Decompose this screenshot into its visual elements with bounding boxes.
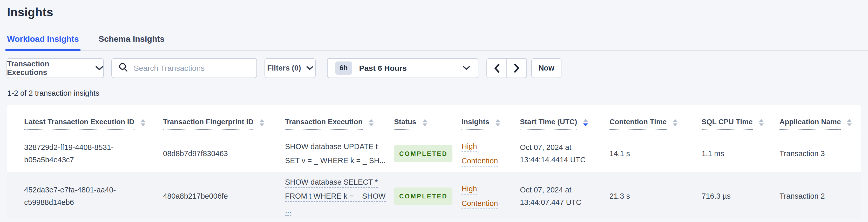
status-cell: COMPLETED: [384, 135, 451, 172]
filters-label: Filters (0): [267, 64, 301, 72]
sort-icon[interactable]: [259, 119, 264, 126]
sql-cpu-time-cell: 1.1 ms: [691, 135, 769, 172]
sql-cpu-time-cell: 716.3 µs: [691, 172, 769, 219]
contention-time-cell: 21.3 s: [599, 172, 691, 219]
table-row: 452da3e7-e7fa-4801-aa40-c59988d14eb6 480…: [7, 172, 861, 219]
column-header-status[interactable]: Status: [384, 105, 451, 135]
insights-cell: High Contention: [451, 135, 509, 172]
status-badge: COMPLETED: [394, 145, 453, 162]
sort-icon[interactable]: [423, 119, 427, 126]
insights-table-card: Latest Transaction Execution ID Transact…: [7, 105, 861, 219]
transaction-type-label: Transaction Executions: [7, 60, 89, 77]
column-header-contention-time[interactable]: Contention Time: [599, 105, 691, 135]
high-contention-link[interactable]: High Contention: [462, 142, 498, 166]
column-header-latest-transaction-execution-id[interactable]: Latest Transaction Execution ID: [7, 105, 153, 135]
column-header-insights[interactable]: Insights: [451, 105, 509, 135]
search-input[interactable]: [134, 59, 250, 77]
transaction-execution-cell: SHOW database UPDATE t SET v = _ WHERE k…: [275, 135, 384, 172]
statement-link[interactable]: SET v = _ WHERE k = _ SH...: [285, 156, 386, 166]
execution-id-cell: 328729d2-ff19-4408-8531-b05a5b4e43c7: [7, 135, 153, 172]
sort-icon-active-desc[interactable]: [583, 119, 588, 126]
sort-icon[interactable]: [673, 119, 678, 126]
transaction-insights-table: Latest Transaction Execution ID Transact…: [7, 105, 861, 219]
statement-link[interactable]: ...: [285, 206, 291, 216]
chevron-left-icon: [494, 64, 500, 73]
application-name-cell: Transaction 2: [769, 172, 861, 219]
time-range-label: Past 6 Hours: [359, 64, 407, 73]
status-cell: COMPLETED: [384, 172, 451, 219]
application-name-cell: Transaction 3: [769, 135, 861, 172]
statement-link[interactable]: SHOW database UPDATE t: [285, 142, 378, 152]
column-header-sql-cpu-time[interactable]: SQL CPU Time: [691, 105, 769, 135]
sort-icon[interactable]: [141, 119, 145, 126]
table-row: 328729d2-ff19-4408-8531-b05a5b4e43c7 08d…: [7, 135, 861, 172]
fingerprint-id-cell: 480a8b217be006fe: [153, 172, 275, 219]
column-header-start-time[interactable]: Start Time (UTC): [509, 105, 599, 135]
next-time-range-button[interactable]: [507, 58, 527, 78]
sort-icon[interactable]: [759, 119, 764, 126]
time-range-badge: 6h: [335, 61, 352, 75]
high-contention-link[interactable]: High Contention: [462, 185, 498, 209]
chevron-right-icon: [514, 64, 520, 73]
chevron-down-icon: [306, 66, 313, 70]
start-time-cell: Oct 07, 2024 at 13:44:07.447 UTC: [509, 172, 599, 219]
transaction-execution-cell: SHOW database SELECT * FROM t WHERE k = …: [275, 172, 384, 219]
transaction-type-select[interactable]: Transaction Executions: [6, 58, 104, 78]
tab-bar: Workload Insights Schema Insights: [5, 33, 868, 51]
time-range-pager: [487, 58, 527, 78]
start-time-cell: Oct 07, 2024 at 13:44:14.4414 UTC: [509, 135, 599, 172]
fingerprint-id-cell: 08d8b7d97f830463: [153, 135, 275, 172]
statement-link[interactable]: FROM t WHERE k = _ SHOW: [285, 192, 386, 202]
status-badge: COMPLETED: [394, 188, 453, 205]
tab-workload-insights[interactable]: Workload Insights: [5, 33, 81, 51]
filters-button[interactable]: Filters (0): [265, 58, 316, 78]
insights-cell: High Contention: [451, 172, 509, 219]
execution-id-cell: 452da3e7-e7fa-4801-aa40-c59988d14eb6: [7, 172, 153, 219]
results-count: 1-2 of 2 transaction insights: [7, 89, 868, 97]
column-header-transaction-execution[interactable]: Transaction Execution: [275, 105, 384, 135]
now-button[interactable]: Now: [531, 58, 561, 78]
previous-time-range-button[interactable]: [487, 58, 507, 78]
tab-schema-insights[interactable]: Schema Insights: [97, 33, 166, 51]
contention-time-cell: 14.1 s: [599, 135, 691, 172]
toolbar: Transaction Executions Filters (0) 6h Pa…: [6, 58, 861, 78]
search-transactions-box: [111, 58, 257, 78]
page-title: Insights: [7, 5, 868, 19]
table-header-row: Latest Transaction Execution ID Transact…: [7, 105, 861, 135]
chevron-down-icon: [95, 66, 103, 70]
sort-icon[interactable]: [496, 119, 500, 126]
search-icon: [119, 63, 128, 74]
chevron-down-icon: [463, 66, 470, 70]
statement-link[interactable]: SHOW database SELECT *: [285, 178, 378, 188]
time-range-picker[interactable]: 6h Past 6 Hours: [327, 58, 478, 78]
column-header-transaction-fingerprint-id[interactable]: Transaction Fingerprint ID: [153, 105, 275, 135]
sort-icon[interactable]: [369, 119, 374, 126]
column-header-application-name[interactable]: Application Name: [769, 105, 861, 135]
sort-icon[interactable]: [847, 119, 851, 126]
